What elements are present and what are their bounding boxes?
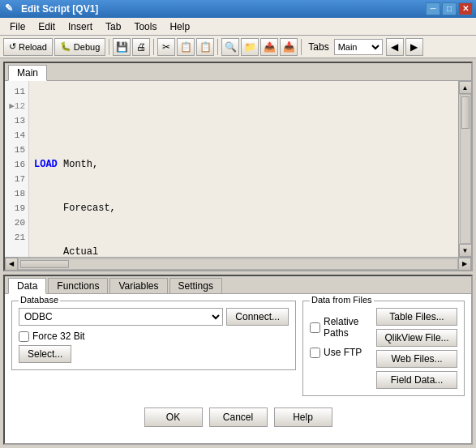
tab-data[interactable]: Data (8, 278, 46, 294)
tabs-label: Tabs (305, 41, 332, 53)
debug-button[interactable]: 🐛 Debug (54, 38, 105, 56)
line-16: 16 (6, 157, 25, 172)
cancel-button[interactable]: Cancel (209, 407, 268, 427)
tab-functions[interactable]: Functions (48, 278, 108, 293)
data-files-group: Data from Files Relative Paths Use FTP (302, 301, 465, 396)
force32-row: Force 32 Bit (19, 331, 289, 342)
editor-tab-header: Main (5, 63, 471, 81)
code-editor[interactable]: LOAD Month, Forecast, Actual FROM [C:\Ql… (29, 81, 458, 257)
hscroll-track[interactable] (18, 258, 458, 270)
hscroll-right-button[interactable]: ▶ (458, 258, 471, 271)
scroll-up-button[interactable]: ▲ (459, 81, 472, 94)
table-files-button[interactable]: Table Files... (376, 308, 457, 326)
scroll-down-button[interactable]: ▼ (459, 244, 472, 257)
web-files-button[interactable]: Web Files... (376, 350, 457, 368)
select-button[interactable]: Select... (19, 345, 71, 363)
menu-file[interactable]: File (3, 19, 32, 34)
export-button[interactable]: 📤 (260, 38, 278, 56)
line-20: 20 (6, 215, 25, 230)
connect-button[interactable]: Connect... (226, 308, 289, 326)
nav-forward-button[interactable]: ▶ (405, 38, 423, 56)
editor-hscrollbar: ◀ ▶ (5, 257, 471, 270)
separator-2 (153, 39, 154, 55)
line-21: 21 (6, 230, 25, 245)
paste-button[interactable]: 📋 (196, 38, 214, 56)
bottom-main-row: Database ODBC Connect... Force 32 Bit Se… (11, 301, 465, 396)
use-ftp-label: Use FTP (324, 347, 362, 358)
toolbar: ↺ Reload 🐛 Debug 💾 🖨 ✂ 📋 📋 🔍 📁 📤 📥 Tabs … (0, 36, 476, 58)
window-icon: ✎ (5, 2, 18, 15)
code-line-14: Actual (34, 245, 455, 257)
menu-insert[interactable]: Insert (62, 19, 99, 34)
debug-label: Debug (74, 42, 100, 52)
line-11: 11 (6, 84, 25, 99)
bottom-tabs: Data Functions Variables Settings (5, 276, 471, 294)
tab-variables[interactable]: Variables (109, 278, 167, 293)
scroll-thumb (461, 96, 470, 129)
reload-icon: ↺ (9, 41, 16, 52)
line-numbers: 11 ▶12 13 14 15 16 17 18 19 20 21 (5, 81, 29, 257)
relative-paths-checkbox[interactable] (310, 322, 320, 333)
line-18: 18 (6, 186, 25, 201)
ok-button[interactable]: OK (144, 407, 203, 427)
open-button[interactable]: 📁 (241, 38, 259, 56)
window-title: Edit Script [QV1] (21, 3, 98, 15)
menu-help[interactable]: Help (163, 19, 196, 34)
relative-paths-label: Relative Paths (324, 316, 363, 339)
separator-4 (301, 39, 302, 55)
force32-checkbox[interactable] (19, 331, 29, 342)
tab-settings[interactable]: Settings (169, 278, 222, 293)
cut-button[interactable]: ✂ (157, 38, 175, 56)
tabs-dropdown[interactable]: Main (334, 39, 383, 55)
title-bar: ✎ Edit Script [QV1] ─ □ ✕ (0, 0, 476, 18)
data-files-group-label: Data from Files (310, 295, 374, 305)
code-line-12: LOAD Month, (34, 157, 455, 172)
copy-button[interactable]: 📋 (177, 38, 195, 56)
code-line-11 (34, 113, 455, 128)
import-button[interactable]: 📥 (280, 38, 298, 56)
nav-back-button[interactable]: ◀ (386, 38, 404, 56)
find-button[interactable]: 🔍 (221, 38, 239, 56)
hscroll-left-button[interactable]: ◀ (5, 258, 18, 271)
reload-label: Reload (19, 42, 47, 52)
database-group: Database ODBC Connect... Force 32 Bit Se… (11, 301, 296, 370)
reload-button[interactable]: ↺ Reload (3, 38, 53, 56)
line-15: 15 (6, 143, 25, 157)
line-12: ▶12 (6, 99, 25, 113)
use-ftp-checkbox[interactable] (310, 348, 320, 358)
editor-scrollbar: ▲ ▼ (458, 81, 471, 257)
data-files-checkboxes: Relative Paths Use FTP (310, 311, 363, 389)
menu-tab[interactable]: Tab (99, 19, 127, 34)
force32-label: Force 32 Bit (32, 331, 85, 342)
maximize-button[interactable]: □ (442, 2, 457, 15)
close-button[interactable]: ✕ (458, 2, 473, 15)
line-14: 14 (6, 128, 25, 143)
qlikview-file-button[interactable]: QlikView File... (376, 329, 457, 347)
db-dropdown[interactable]: ODBC (19, 308, 223, 326)
db-select-row: ODBC Connect... (19, 308, 289, 326)
data-files-buttons: Table Files... QlikView File... Web File… (376, 308, 457, 389)
bottom-panel: Data Functions Variables Settings Databa… (3, 275, 473, 445)
separator-1 (109, 39, 109, 55)
editor-panel: Main 11 ▶12 13 14 15 16 17 18 19 20 21 L… (3, 62, 473, 271)
minimize-button[interactable]: ─ (426, 2, 440, 15)
scroll-track[interactable] (460, 94, 471, 244)
line-13: 13 (6, 113, 25, 128)
menu-tools[interactable]: Tools (127, 19, 163, 34)
help-button[interactable]: Help (274, 407, 332, 427)
separator-3 (217, 39, 218, 55)
print-button[interactable]: 🖨 (132, 38, 150, 56)
line-17: 17 (6, 172, 25, 186)
code-line-13: Forecast, (34, 201, 455, 215)
bottom-content: Database ODBC Connect... Force 32 Bit Se… (5, 294, 471, 443)
debug-icon: 🐛 (60, 41, 71, 52)
line-19: 19 (6, 201, 25, 215)
tab-main[interactable]: Main (8, 65, 47, 81)
database-group-label: Database (19, 295, 60, 305)
menu-edit[interactable]: Edit (32, 19, 62, 34)
menu-bar: File Edit Insert Tab Tools Help (0, 18, 476, 36)
save-button[interactable]: 💾 (113, 38, 131, 56)
hscroll-thumb (20, 260, 69, 268)
field-data-button[interactable]: Field Data... (376, 371, 457, 389)
bottom-action-row: OK Cancel Help (11, 403, 465, 430)
